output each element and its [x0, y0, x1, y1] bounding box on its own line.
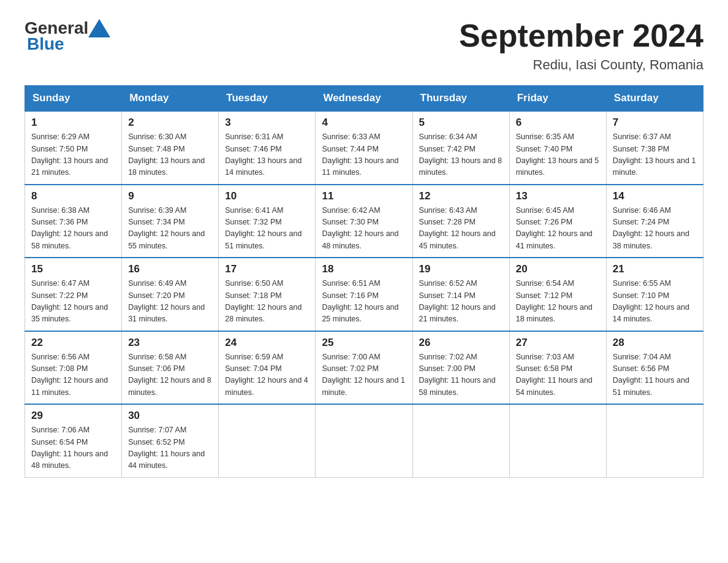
header-saturday: Saturday: [606, 86, 703, 112]
day-info: Sunrise: 6:50 AMSunset: 7:18 PMDaylight:…: [225, 278, 309, 326]
title-area: September 2024 Rediu, Iasi County, Roman…: [459, 18, 703, 73]
calendar-cell: 1Sunrise: 6:29 AMSunset: 7:50 PMDaylight…: [25, 111, 122, 185]
calendar-cell: 2Sunrise: 6:30 AMSunset: 7:48 PMDaylight…: [122, 111, 219, 185]
calendar-cell: 27Sunrise: 7:03 AMSunset: 6:58 PMDayligh…: [509, 331, 606, 405]
day-number: 13: [516, 190, 600, 202]
day-info: Sunrise: 6:31 AMSunset: 7:46 PMDaylight:…: [225, 131, 309, 179]
calendar-cell: 17Sunrise: 6:50 AMSunset: 7:18 PMDayligh…: [219, 258, 316, 331]
calendar-cell: 18Sunrise: 6:51 AMSunset: 7:16 PMDayligh…: [316, 258, 412, 331]
day-info: Sunrise: 6:38 AMSunset: 7:36 PMDaylight:…: [31, 205, 115, 253]
calendar-cell: 24Sunrise: 6:59 AMSunset: 7:04 PMDayligh…: [219, 331, 316, 405]
day-number: 7: [613, 117, 697, 129]
day-number: 11: [322, 190, 406, 202]
day-info: Sunrise: 6:42 AMSunset: 7:30 PMDaylight:…: [322, 205, 406, 253]
logo-icon: [88, 19, 110, 37]
header-thursday: Thursday: [412, 86, 509, 112]
calendar-cell: 7Sunrise: 6:37 AMSunset: 7:38 PMDaylight…: [606, 111, 703, 185]
calendar-title: September 2024: [459, 18, 703, 53]
calendar-cell: 14Sunrise: 6:46 AMSunset: 7:24 PMDayligh…: [606, 185, 703, 258]
day-number: 30: [128, 410, 212, 422]
day-number: 28: [613, 337, 697, 349]
calendar-table: Sunday Monday Tuesday Wednesday Thursday…: [25, 85, 703, 478]
day-info: Sunrise: 6:34 AMSunset: 7:42 PMDaylight:…: [419, 131, 503, 179]
calendar-cell: 5Sunrise: 6:34 AMSunset: 7:42 PMDaylight…: [412, 111, 509, 185]
calendar-cell: 25Sunrise: 7:00 AMSunset: 7:02 PMDayligh…: [316, 331, 412, 405]
day-info: Sunrise: 6:56 AMSunset: 7:08 PMDaylight:…: [31, 351, 115, 399]
day-number: 2: [128, 117, 212, 129]
day-number: 17: [225, 263, 309, 275]
header-wednesday: Wednesday: [316, 86, 412, 112]
day-number: 1: [31, 117, 115, 129]
day-info: Sunrise: 7:06 AMSunset: 6:54 PMDaylight:…: [31, 424, 115, 472]
day-info: Sunrise: 6:39 AMSunset: 7:34 PMDaylight:…: [128, 205, 212, 253]
day-number: 4: [322, 117, 406, 129]
calendar-cell: 6Sunrise: 6:35 AMSunset: 7:40 PMDaylight…: [509, 111, 606, 185]
day-number: 26: [419, 337, 503, 349]
calendar-cell: [606, 404, 703, 477]
day-info: Sunrise: 7:07 AMSunset: 6:52 PMDaylight:…: [128, 424, 212, 472]
calendar-cell: 29Sunrise: 7:06 AMSunset: 6:54 PMDayligh…: [25, 404, 122, 477]
day-number: 14: [613, 190, 697, 202]
day-info: Sunrise: 6:33 AMSunset: 7:44 PMDaylight:…: [322, 131, 406, 179]
calendar-cell: 20Sunrise: 6:54 AMSunset: 7:12 PMDayligh…: [509, 258, 606, 331]
day-number: 8: [31, 190, 115, 202]
day-info: Sunrise: 6:35 AMSunset: 7:40 PMDaylight:…: [516, 131, 600, 179]
day-info: Sunrise: 7:04 AMSunset: 6:56 PMDaylight:…: [613, 351, 697, 399]
week-row-5: 29Sunrise: 7:06 AMSunset: 6:54 PMDayligh…: [25, 404, 703, 477]
day-number: 9: [128, 190, 212, 202]
calendar-cell: 10Sunrise: 6:41 AMSunset: 7:32 PMDayligh…: [219, 185, 316, 258]
week-row-3: 15Sunrise: 6:47 AMSunset: 7:22 PMDayligh…: [25, 258, 703, 331]
calendar-cell: [219, 404, 316, 477]
calendar-cell: 28Sunrise: 7:04 AMSunset: 6:56 PMDayligh…: [606, 331, 703, 405]
calendar-cell: 16Sunrise: 6:49 AMSunset: 7:20 PMDayligh…: [122, 258, 219, 331]
calendar-cell: 3Sunrise: 6:31 AMSunset: 7:46 PMDaylight…: [219, 111, 316, 185]
day-number: 25: [322, 337, 406, 349]
week-row-4: 22Sunrise: 6:56 AMSunset: 7:08 PMDayligh…: [25, 331, 703, 405]
calendar-cell: 13Sunrise: 6:45 AMSunset: 7:26 PMDayligh…: [509, 185, 606, 258]
calendar-cell: [509, 404, 606, 477]
calendar-cell: 19Sunrise: 6:52 AMSunset: 7:14 PMDayligh…: [412, 258, 509, 331]
header-friday: Friday: [509, 86, 606, 112]
day-number: 16: [128, 263, 212, 275]
day-info: Sunrise: 6:30 AMSunset: 7:48 PMDaylight:…: [128, 131, 212, 179]
day-info: Sunrise: 6:45 AMSunset: 7:26 PMDaylight:…: [516, 205, 600, 253]
calendar-cell: 4Sunrise: 6:33 AMSunset: 7:44 PMDaylight…: [316, 111, 412, 185]
logo-blue-text: Blue: [27, 34, 64, 54]
day-number: 21: [613, 263, 697, 275]
calendar-cell: [412, 404, 509, 477]
day-number: 29: [31, 410, 115, 422]
day-number: 3: [225, 117, 309, 129]
calendar-cell: 9Sunrise: 6:39 AMSunset: 7:34 PMDaylight…: [122, 185, 219, 258]
day-info: Sunrise: 6:29 AMSunset: 7:50 PMDaylight:…: [31, 131, 115, 179]
day-number: 12: [419, 190, 503, 202]
page-header: General Blue September 2024 Rediu, Iasi …: [25, 18, 703, 73]
day-number: 10: [225, 190, 309, 202]
day-number: 6: [516, 117, 600, 129]
calendar-cell: 26Sunrise: 7:02 AMSunset: 7:00 PMDayligh…: [412, 331, 509, 405]
day-info: Sunrise: 6:41 AMSunset: 7:32 PMDaylight:…: [225, 205, 309, 253]
day-info: Sunrise: 6:52 AMSunset: 7:14 PMDaylight:…: [419, 278, 503, 326]
day-number: 22: [31, 337, 115, 349]
day-info: Sunrise: 6:46 AMSunset: 7:24 PMDaylight:…: [613, 205, 697, 253]
day-number: 24: [225, 337, 309, 349]
day-number: 5: [419, 117, 503, 129]
calendar-subtitle: Rediu, Iasi County, Romania: [459, 57, 703, 73]
day-info: Sunrise: 6:47 AMSunset: 7:22 PMDaylight:…: [31, 278, 115, 326]
weekday-header-row: Sunday Monday Tuesday Wednesday Thursday…: [25, 86, 703, 112]
header-monday: Monday: [122, 86, 219, 112]
logo: General Blue: [25, 18, 110, 54]
calendar-cell: 15Sunrise: 6:47 AMSunset: 7:22 PMDayligh…: [25, 258, 122, 331]
day-info: Sunrise: 7:03 AMSunset: 6:58 PMDaylight:…: [516, 351, 600, 399]
week-row-2: 8Sunrise: 6:38 AMSunset: 7:36 PMDaylight…: [25, 185, 703, 258]
day-number: 18: [322, 263, 406, 275]
calendar-cell: 8Sunrise: 6:38 AMSunset: 7:36 PMDaylight…: [25, 185, 122, 258]
day-info: Sunrise: 6:54 AMSunset: 7:12 PMDaylight:…: [516, 278, 600, 326]
calendar-cell: 11Sunrise: 6:42 AMSunset: 7:30 PMDayligh…: [316, 185, 412, 258]
day-number: 23: [128, 337, 212, 349]
day-info: Sunrise: 6:59 AMSunset: 7:04 PMDaylight:…: [225, 351, 309, 399]
header-sunday: Sunday: [25, 86, 122, 112]
day-number: 27: [516, 337, 600, 349]
day-info: Sunrise: 7:00 AMSunset: 7:02 PMDaylight:…: [322, 351, 406, 399]
day-info: Sunrise: 6:51 AMSunset: 7:16 PMDaylight:…: [322, 278, 406, 326]
day-info: Sunrise: 6:55 AMSunset: 7:10 PMDaylight:…: [613, 278, 697, 326]
